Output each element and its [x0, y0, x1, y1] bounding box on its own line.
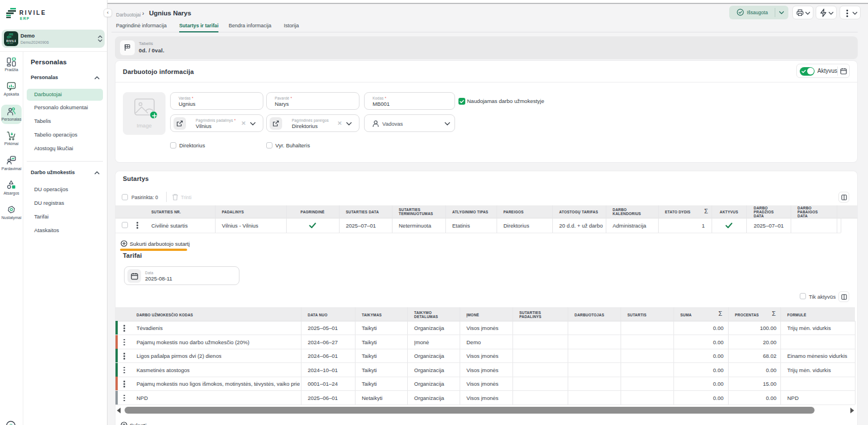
svg-text:RIVILE: RIVILE: [6, 40, 16, 43]
svg-text:ERP: ERP: [20, 16, 30, 20]
svg-text:?: ?: [10, 423, 13, 425]
svg-text:RIVILE: RIVILE: [19, 10, 47, 16]
